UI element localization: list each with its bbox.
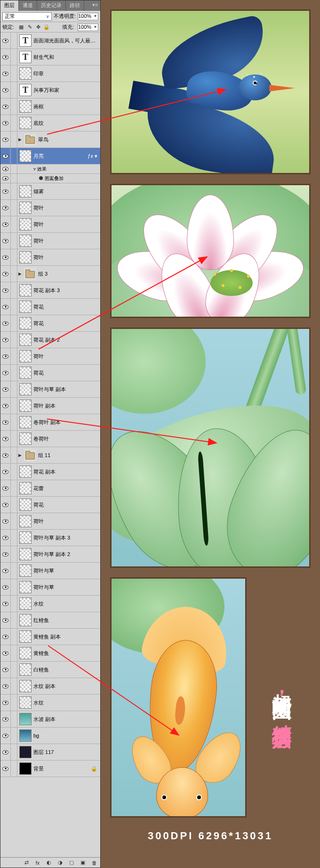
layer-name[interactable]: 水纹 副本 [33, 683, 56, 690]
layer-name[interactable]: 面面湖光面面风，可人最… [33, 37, 96, 44]
layer-name[interactable]: 花蕾 [33, 485, 44, 492]
layer-list[interactable]: T面面湖光面面风，可人最…T财生气和印章T兴事万和家画框底纹▶翠鸟月亮ƒx ▾▿… [0, 33, 100, 857]
layer-row[interactable]: 荷叶 [0, 200, 100, 216]
layer-row[interactable]: bg [0, 728, 100, 744]
layer-thumbnail[interactable] [19, 350, 32, 362]
layer-name[interactable]: 荷叶与草 副本 2 [33, 551, 70, 558]
visibility-toggle[interactable] [0, 480, 11, 496]
visibility-toggle[interactable] [0, 381, 11, 397]
layer-thumbnail[interactable] [19, 416, 32, 428]
layer-name[interactable]: 兴事万和家 [33, 87, 59, 94]
layer-name[interactable]: 荷叶与草 副本 [33, 386, 66, 393]
layer-name[interactable]: 红鲤鱼 [33, 617, 49, 624]
visibility-toggle[interactable] [0, 216, 11, 232]
visibility-toggle[interactable] [0, 365, 11, 381]
visibility-toggle[interactable] [0, 183, 11, 199]
adjustment-icon[interactable]: ◑ [57, 860, 64, 866]
visibility-toggle[interactable] [0, 98, 11, 115]
visibility-toggle[interactable] [0, 315, 11, 331]
visibility-toggle[interactable] [0, 49, 11, 65]
layer-name[interactable]: 荷叶与草 [33, 584, 54, 591]
blend-mode-select[interactable]: 正常 ∨ [2, 12, 52, 21]
layer-thumbnail[interactable] [19, 301, 32, 313]
visibility-toggle[interactable] [0, 131, 11, 147]
layer-row[interactable]: 月亮ƒx ▾ [0, 148, 100, 164]
visibility-toggle[interactable] [0, 761, 11, 777]
visibility-toggle[interactable] [0, 563, 11, 579]
layer-name[interactable]: 卷荷叶 副本 [33, 419, 61, 426]
layer-row[interactable]: 荷叶 [0, 216, 100, 233]
panel-menu-icon[interactable]: ▾≡ [92, 2, 98, 8]
layer-thumbnail[interactable] [19, 235, 32, 247]
group-toggle-icon[interactable]: ▶ [17, 271, 22, 276]
visibility-toggle[interactable] [0, 530, 11, 546]
layer-name[interactable]: 荷叶 [33, 254, 44, 261]
layer-row[interactable]: 卷荷叶 [0, 431, 100, 447]
layer-thumbnail[interactable] [19, 202, 32, 214]
layer-row[interactable]: 水纹 [0, 695, 100, 711]
layer-row[interactable]: 荷花 [0, 299, 100, 315]
layer-thumbnail[interactable] [19, 696, 32, 709]
layer-row[interactable]: 背景🔒 [0, 761, 100, 777]
layer-name[interactable]: 卷荷叶 [33, 435, 49, 442]
visibility-toggle[interactable] [0, 464, 11, 480]
visibility-toggle[interactable] [0, 695, 11, 711]
visibility-toggle[interactable] [0, 579, 11, 595]
effect-item-row[interactable]: 图案叠加 [0, 174, 100, 183]
layer-row[interactable]: 荷叶与草 副本 [0, 381, 100, 398]
layer-row[interactable]: 水纹 副本 [0, 678, 100, 695]
fx-icon[interactable]: fx [34, 860, 41, 866]
layer-thumbnail[interactable] [19, 631, 32, 643]
effects-row[interactable]: ▿ 效果 [0, 164, 100, 174]
layer-thumbnail[interactable] [19, 367, 32, 379]
layer-name[interactable]: 月亮 [33, 153, 44, 160]
layer-thumbnail[interactable]: T [19, 51, 32, 63]
visibility-toggle[interactable] [0, 744, 11, 760]
layer-thumbnail[interactable] [19, 383, 32, 395]
layer-name[interactable]: 荷花 [33, 369, 44, 377]
layer-name[interactable]: 水纹 [33, 600, 44, 607]
layer-name[interactable]: 白鲤鱼 [33, 666, 49, 673]
link-layers-icon[interactable]: ⇄ [23, 860, 30, 866]
fill-input[interactable]: 100% [78, 24, 98, 31]
layer-thumbnail[interactable] [19, 284, 32, 296]
layer-name[interactable]: 印章 [33, 70, 44, 77]
visibility-toggle[interactable] [0, 266, 11, 282]
layer-row[interactable]: 红鲤鱼 [0, 612, 100, 629]
layer-row[interactable]: 荷叶与草 副本 2 [0, 546, 100, 563]
layer-thumbnail[interactable] [19, 729, 32, 742]
layer-thumbnail[interactable] [19, 663, 32, 676]
opacity-input[interactable]: 100% [78, 13, 98, 20]
layer-row[interactable]: 卷荷叶 副本 [0, 414, 100, 431]
layer-row[interactable]: 荷叶 副本 [0, 398, 100, 414]
visibility-toggle[interactable] [0, 414, 11, 430]
layer-row[interactable]: 白鲤鱼 [0, 662, 100, 678]
layer-name[interactable]: 烟雾 [33, 188, 44, 195]
visibility-toggle[interactable] [0, 513, 11, 529]
visibility-toggle[interactable] [0, 249, 11, 265]
layer-thumbnail[interactable] [19, 117, 32, 129]
layer-row[interactable]: T面面湖光面面风，可人最… [0, 33, 100, 49]
layer-row[interactable]: 黄鲤鱼 副本 [0, 629, 100, 645]
layer-thumbnail[interactable] [19, 548, 32, 560]
visibility-toggle[interactable] [0, 398, 11, 414]
visibility-toggle[interactable] [0, 299, 11, 315]
layer-row[interactable]: 花蕾 [0, 480, 100, 497]
layer-name[interactable]: 底纹 [33, 120, 44, 127]
new-group-icon[interactable]: ▢ [68, 860, 75, 866]
layer-row[interactable]: 荷花 [0, 365, 100, 381]
layer-name[interactable]: 荷花 [33, 501, 44, 508]
visibility-toggle[interactable] [0, 282, 11, 298]
layer-thumbnail[interactable] [24, 449, 36, 461]
layer-name[interactable]: 荷叶 副本 [33, 402, 56, 409]
layer-thumbnail[interactable] [19, 647, 32, 659]
visibility-toggle[interactable] [0, 332, 11, 348]
layer-row[interactable]: 荷花 [0, 497, 100, 513]
fx-indicator-icon[interactable]: ƒx ▾ [88, 153, 97, 159]
lock-position-icon[interactable]: ✥ [35, 24, 41, 30]
layer-row[interactable]: 烟雾 [0, 183, 100, 200]
layer-thumbnail[interactable] [19, 150, 32, 162]
layer-name[interactable]: 荷叶与草 [33, 567, 54, 574]
tab-history[interactable]: 历史记录 [37, 0, 66, 11]
layer-name[interactable]: 荷花 [33, 303, 44, 311]
